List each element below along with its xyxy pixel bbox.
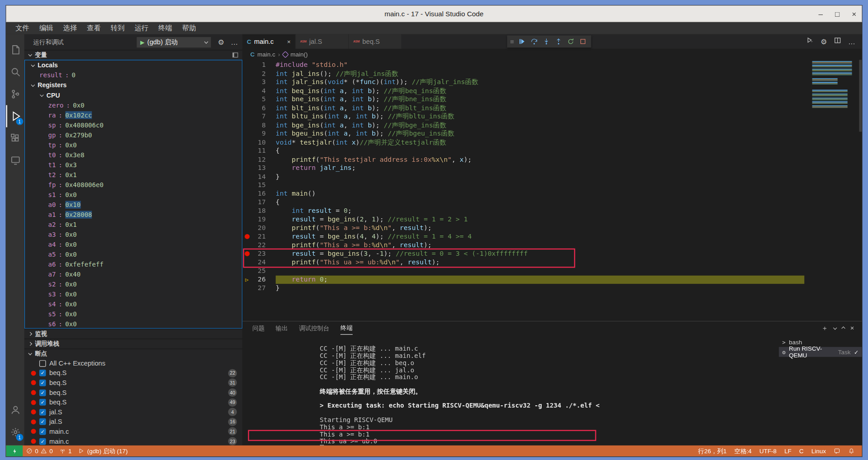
editor-gutter[interactable]: ▷ 4 (242, 87, 268, 95)
editor-gutter[interactable]: ▷ 26 (242, 275, 268, 284)
editor-gutter[interactable]: ▷ 20 (242, 224, 268, 232)
code-line[interactable]: ▷ 3 int jalr_ins(void* (*func)(int)); //… (242, 78, 862, 87)
breakpoint-checkbox[interactable]: ✓ (39, 399, 46, 406)
code-text[interactable]: int jal_ins(); //声明jal_ins函数 (276, 70, 804, 78)
code-text[interactable]: int beq_ins(int a, int b); //声明beq_ins函数 (276, 87, 804, 95)
code-line[interactable]: ▷ 21 result = bge_ins(4, 4); //result = … (242, 232, 862, 241)
register-row[interactable]: a4: 0x0 (25, 239, 242, 249)
code-line[interactable]: ▷ 27 } (242, 284, 862, 292)
more-actions-icon[interactable]: … (231, 38, 238, 46)
code-line[interactable]: ▷ 24 printf("This ua >= ub:%d\n", result… (242, 258, 862, 267)
account-icon[interactable] (6, 399, 24, 421)
code-line[interactable]: ▷ 12 printf("This testjalr address is:0x… (242, 155, 862, 164)
breakpoints-section-header[interactable]: 断点 (24, 348, 242, 358)
extensions-icon[interactable] (6, 127, 24, 150)
editor-gutter[interactable]: ▷ 12 (242, 155, 268, 164)
minimap[interactable] (812, 61, 856, 108)
code-text[interactable] (276, 267, 804, 275)
local-variable-row[interactable]: result: 0 (25, 70, 242, 80)
register-row[interactable]: s6: 0x0 (25, 319, 242, 329)
menu-item[interactable]: 编辑 (34, 23, 58, 33)
register-row[interactable]: a6: 0xfefefeff (25, 259, 242, 269)
register-row[interactable]: gp: 0x279b0 (25, 130, 242, 140)
register-row[interactable]: s1: 0x0 (25, 190, 242, 200)
code-text[interactable]: result = bgeu_ins(3, -1); //result = 0 =… (276, 249, 804, 258)
remote-indicator[interactable] (6, 446, 23, 456)
breakpoint-checkbox[interactable]: ✓ (39, 438, 46, 445)
cpu-group[interactable]: CPU (25, 90, 242, 100)
terminal-output[interactable]: CC -[M] 正在构建 ... main.c CC -[M] 正在构建 ...… (242, 335, 779, 446)
locals-group[interactable]: Locals (25, 60, 242, 70)
breakpoint-checkbox[interactable]: ✓ (39, 418, 46, 425)
variables-section-header[interactable]: 变量 (24, 50, 242, 60)
breakpoint-row[interactable]: ✓ main.c 21 (24, 427, 242, 437)
callstack-section-header[interactable]: 调用堆栈 (24, 338, 242, 348)
code-line[interactable]: ▷ 11 { (242, 146, 862, 155)
register-row[interactable]: t0: 0x3e8 (25, 150, 242, 160)
menu-item[interactable]: 文件 (10, 23, 34, 33)
code-line[interactable]: ▷ 6 int blt_ins(int a, int b); //声明blt_i… (242, 104, 862, 113)
drag-handle-icon[interactable] (510, 40, 514, 43)
debug-session-status[interactable]: (gdb) 启动 (17) (75, 446, 131, 456)
breakpoint-dot-icon[interactable] (245, 251, 250, 256)
register-row[interactable]: s5: 0x0 (25, 309, 242, 319)
code-text[interactable]: #include "stdio.h" (276, 61, 804, 70)
code-line[interactable]: ▷ 26 return 0; (242, 275, 862, 284)
editor-gutter[interactable]: ▷ 23 (242, 249, 268, 258)
new-terminal-icon[interactable]: ＋ (821, 324, 828, 333)
source-control-icon[interactable] (6, 83, 24, 105)
editor-tab[interactable]: C ASM jal.S × (296, 34, 349, 49)
problems-status[interactable]: 0 0 (23, 446, 56, 456)
split-editor-icon[interactable] (834, 37, 841, 47)
collapse-icon[interactable] (232, 52, 238, 57)
code-line[interactable]: ▷ 25 (242, 267, 862, 275)
code-text[interactable] (276, 181, 804, 189)
step-out-button[interactable] (553, 37, 563, 47)
run-or-debug-icon[interactable] (806, 37, 814, 47)
panel-tab[interactable]: 终端 (340, 321, 353, 334)
code-text[interactable]: { (276, 198, 804, 207)
code-text[interactable]: printf("This ua >= ub:%d\n", result); (276, 258, 804, 267)
encoding-status[interactable]: UTF-8 (757, 446, 779, 456)
code-line[interactable]: ▷ 7 int bltu_ins(int a, int b); //声明bltu… (242, 113, 862, 121)
panel-tab[interactable]: 调试控制台 (299, 321, 329, 334)
ports-status[interactable]: 1 (56, 446, 75, 456)
close-tab-icon[interactable]: × (287, 38, 291, 45)
editor-gutter[interactable]: ▷ 7 (242, 113, 268, 121)
breakpoint-row[interactable]: ✓ beq.S 31 (24, 378, 242, 388)
menu-item[interactable]: 选择 (58, 23, 82, 33)
register-row[interactable]: ra: 0x102cc (25, 110, 242, 120)
code-text[interactable]: int jalr_ins(void* (*func)(int)); //声明ja… (276, 78, 804, 87)
search-icon[interactable] (6, 61, 24, 83)
panel-tab[interactable]: 输出 (276, 321, 288, 334)
register-row[interactable]: s4: 0x0 (25, 299, 242, 309)
breakpoint-row[interactable]: ✓ beq.S 40 (24, 388, 242, 398)
editor-gutter[interactable]: ▷ 2 (242, 70, 268, 78)
maximize-panel-icon[interactable] (841, 326, 845, 330)
debug-config-dropdown[interactable]: ▶ (gdb) 启动 (137, 37, 211, 47)
menu-item[interactable]: 查看 (82, 23, 106, 33)
editor-scrollbar[interactable] (859, 60, 862, 131)
editor-gutter[interactable]: ▷ 27 (242, 284, 268, 292)
register-row[interactable]: t1: 0x3 (25, 160, 242, 170)
breakpoint-dot-icon[interactable] (245, 234, 250, 239)
language-status[interactable]: C (797, 446, 807, 456)
code-editor[interactable]: ▷ 1 #include "stdio.h" ▷ (242, 60, 862, 321)
code-text[interactable]: int bne_ins(int a, int b); //声明bne_ins函数 (276, 95, 804, 104)
editor-gutter[interactable]: ▷ 13 (242, 164, 268, 172)
breakpoint-row[interactable]: ✓ jal.S 16 (24, 417, 242, 427)
registers-group[interactable]: Registers (25, 80, 242, 90)
cursor-position[interactable]: 行26，列1 (695, 446, 729, 456)
watch-section-header[interactable]: 监视 (24, 329, 242, 338)
close-panel-icon[interactable]: × (850, 324, 854, 332)
code-line[interactable]: ▷ 19 result = bge_ins(2, 1); //result = … (242, 215, 862, 224)
code-text[interactable]: printf("This a >= b:%d\n", result); (276, 241, 804, 249)
code-text[interactable]: int bltu_ins(int a, int b); //声明bltu_ins… (276, 113, 804, 121)
restart-button[interactable] (566, 37, 576, 47)
breakpoint-checkbox[interactable]: ✓ (39, 370, 46, 376)
editor-gutter[interactable]: ▷ 21 (242, 232, 268, 241)
maximize-button[interactable]: □ (835, 10, 840, 18)
step-over-button[interactable] (529, 37, 539, 47)
continue-button[interactable] (517, 37, 527, 47)
menu-item[interactable]: 转到 (106, 23, 130, 33)
